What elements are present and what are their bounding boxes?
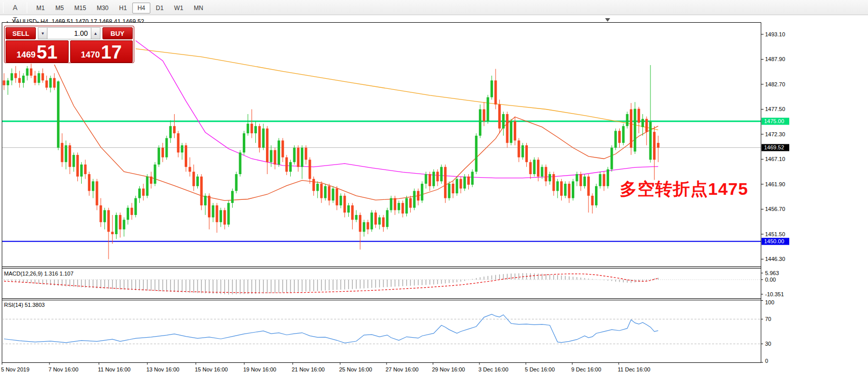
svg-text:-10.351: -10.351	[765, 291, 784, 297]
svg-text:1467.10: 1467.10	[765, 156, 785, 162]
svg-text:1487.90: 1487.90	[765, 56, 785, 62]
svg-text:25 Nov 16:00: 25 Nov 16:00	[339, 366, 372, 372]
svg-text:11 Nov 16:00: 11 Nov 16:00	[98, 366, 131, 372]
volume-up-button[interactable]: ▲	[91, 27, 100, 39]
svg-text:30: 30	[765, 341, 771, 347]
svg-text:1493.10: 1493.10	[765, 31, 785, 37]
svg-text:5 Nov 2019: 5 Nov 2019	[1, 366, 29, 372]
svg-text:1450.00: 1450.00	[764, 238, 784, 244]
svg-text:29 Nov 16:00: 29 Nov 16:00	[432, 366, 465, 372]
svg-text:1472.30: 1472.30	[765, 131, 785, 137]
svg-text:70: 70	[765, 316, 771, 322]
svg-text:15 Nov 16:00: 15 Nov 16:00	[195, 366, 228, 372]
buy-button[interactable]: BUY	[102, 27, 133, 39]
svg-text:9 Dec 16:00: 9 Dec 16:00	[571, 366, 601, 372]
svg-text:1451.50: 1451.50	[765, 231, 785, 237]
svg-text:5 Dec 16:00: 5 Dec 16:00	[525, 366, 555, 372]
macd-indicator-label: MACD(12,26,9) 1.316 1.107	[4, 271, 74, 277]
chart-annotation-text: 多空转折点1475	[620, 178, 748, 201]
buy-price-display[interactable]: 1470 17	[70, 40, 133, 63]
svg-text:3 Dec 16:00: 3 Dec 16:00	[478, 366, 508, 372]
price-tag-current: 1469.52	[762, 144, 789, 151]
volume-down-button[interactable]: ▼	[38, 27, 47, 39]
volume-input[interactable]	[47, 27, 91, 39]
chevron-down-icon: ▼	[41, 31, 45, 36]
sell-price-main: 1469	[17, 50, 36, 61]
svg-text:11 Dec 16:00: 11 Dec 16:00	[618, 366, 650, 372]
svg-text:100: 100	[765, 299, 774, 305]
sell-button[interactable]: SELL	[6, 27, 36, 39]
sell-price-display[interactable]: 1469 51	[6, 40, 69, 63]
price-tag-1450: 1450.00	[762, 238, 789, 245]
svg-text:1456.70: 1456.70	[765, 206, 785, 212]
svg-text:1461.90: 1461.90	[765, 181, 785, 187]
svg-text:0: 0	[765, 358, 768, 364]
svg-text:27 Nov 16:00: 27 Nov 16:00	[386, 366, 418, 372]
svg-text:5.963: 5.963	[765, 270, 779, 276]
svg-text:7 Nov 16:00: 7 Nov 16:00	[48, 366, 78, 372]
chevron-up-icon: ▲	[93, 31, 97, 36]
svg-text:1477.50: 1477.50	[765, 106, 785, 112]
trading-terminal: ⌖E▤FAT⇅▾ M1M5M15M30H1H4D1W1MN ▲XAUUSD-,H…	[0, 0, 868, 376]
svg-text:1446.30: 1446.30	[765, 256, 785, 262]
shift-marker-icon[interactable]	[605, 18, 610, 22]
time-axis[interactable]: 5 Nov 20197 Nov 16:0011 Nov 16:0013 Nov …	[1, 363, 650, 373]
sell-price-pips: 51	[37, 44, 58, 61]
svg-text:0.00: 0.00	[765, 277, 776, 283]
svg-text:13 Nov 16:00: 13 Nov 16:00	[146, 366, 179, 372]
price-tag-1475: 1475.00	[762, 118, 789, 125]
svg-text:21 Nov 16:00: 21 Nov 16:00	[292, 366, 324, 372]
buy-price-pips: 17	[101, 44, 122, 61]
svg-text:1482.70: 1482.70	[765, 81, 785, 87]
svg-text:1475.00: 1475.00	[764, 118, 784, 124]
buy-price-main: 1470	[81, 50, 100, 61]
svg-text:1469.52: 1469.52	[764, 144, 784, 150]
rsi-indicator-label: RSI(14) 51.3803	[4, 302, 45, 308]
svg-text:19 Nov 16:00: 19 Nov 16:00	[243, 366, 276, 372]
one-click-trade-panel: SELL ▼ ▲ BUY 1469 51 1470 17	[4, 26, 134, 63]
